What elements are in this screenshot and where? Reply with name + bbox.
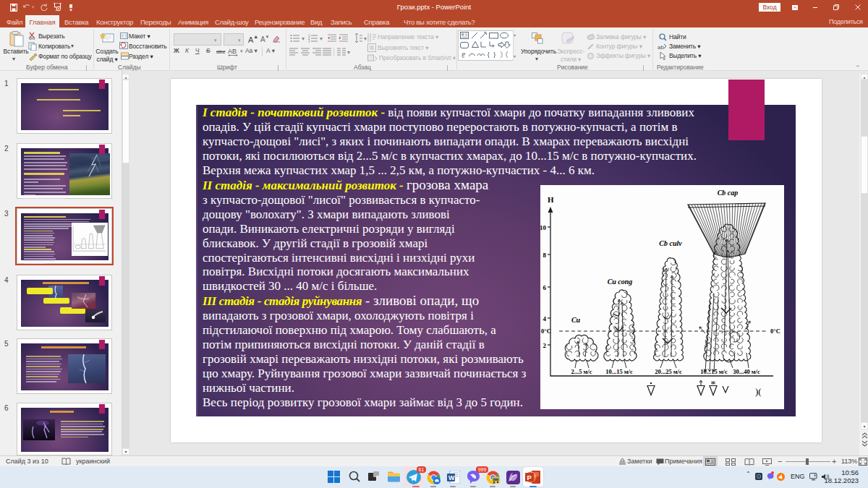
svg-text:0°C: 0°C: [770, 328, 780, 335]
svg-text:H: H: [548, 195, 554, 204]
svg-text:2: 2: [543, 342, 547, 349]
svg-text:10...15 м/с: 10...15 м/с: [605, 368, 633, 375]
svg-text:30...40 м/с: 30...40 м/с: [733, 368, 760, 375]
svg-text:Cb cap: Cb cap: [718, 189, 739, 197]
svg-text:8: 8: [543, 252, 547, 259]
svg-text:3: 3: [308, 40, 310, 43]
svg-text:Cu cong: Cu cong: [608, 278, 633, 286]
svg-text:4: 4: [543, 315, 547, 322]
svg-text:)(: )(: [755, 386, 762, 397]
svg-text:W: W: [448, 474, 455, 481]
svg-text:Cb culv: Cb culv: [659, 239, 682, 247]
svg-text:P: P: [527, 474, 532, 481]
svg-text:10: 10: [540, 224, 547, 231]
svg-text:0°C: 0°C: [541, 328, 551, 335]
svg-text:6: 6: [543, 284, 547, 291]
svg-text:ab: ab: [658, 44, 664, 51]
svg-text:2...5 м/с: 2...5 м/с: [571, 368, 592, 375]
svg-text:Cu: Cu: [571, 316, 581, 324]
svg-text:20...25 м/с: 20...25 м/с: [655, 368, 682, 375]
svg-text:10...15 м/с: 10...15 м/с: [700, 368, 728, 375]
svg-text:АВ: АВ: [228, 48, 237, 55]
